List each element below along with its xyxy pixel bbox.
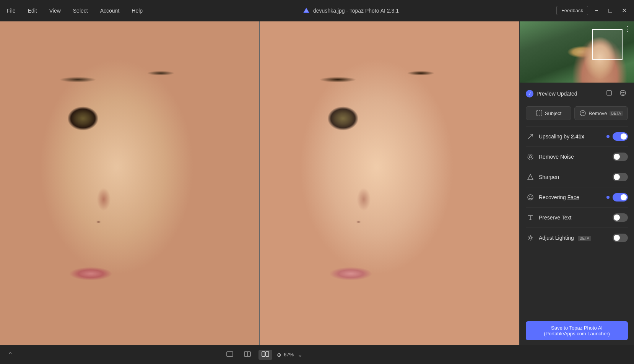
app-logo-icon	[302, 7, 310, 15]
bottom-bar: ⌃ ⊕ 67% ⌄	[0, 345, 634, 364]
menu-help[interactable]: Help	[129, 6, 145, 15]
svg-point-6	[580, 110, 585, 116]
image-before	[0, 21, 260, 345]
menu-file[interactable]: File	[5, 6, 18, 15]
adjust-lighting-beta-badge: BETA	[578, 236, 591, 241]
svg-point-13	[529, 237, 532, 239]
thumbnail-area: ⋮	[520, 21, 634, 83]
close-button[interactable]: ✕	[619, 5, 629, 16]
split-view-button[interactable]	[241, 350, 254, 360]
menu-account[interactable]: Account	[98, 6, 122, 15]
remove-icon	[579, 110, 586, 117]
face-icon	[526, 193, 535, 202]
preview-actions	[604, 89, 628, 99]
menu-select[interactable]: Select	[71, 6, 90, 15]
lighting-icon	[526, 233, 535, 242]
thumbnail-menu-button[interactable]: ⋮	[624, 24, 631, 33]
upscaling-label: Upscaling by 2.41x	[539, 133, 606, 140]
svg-rect-14	[227, 352, 233, 356]
feature-adjust-lighting: Adjust Lighting BETA	[526, 227, 628, 248]
svg-point-7	[528, 154, 533, 159]
remove-noise-label: Remove Noise	[539, 154, 613, 160]
upscale-icon	[526, 132, 535, 141]
action-buttons: Subject Remove BETA	[526, 106, 628, 120]
adjust-lighting-status	[613, 234, 628, 242]
remove-noise-toggle[interactable]	[613, 153, 628, 161]
feature-preserve-text: Preserve Text	[526, 207, 628, 227]
svg-point-8	[529, 156, 532, 158]
zoom-expand-button[interactable]: ⌄	[296, 349, 304, 360]
save-button[interactable]: Save to Topaz Photo AI (PortableApps.com…	[526, 321, 628, 340]
feature-sharpen: Sharpen	[526, 167, 628, 187]
bottom-center: ⊕ 67% ⌄	[14, 349, 513, 360]
titlebar: File Edit View Select Account Help devus…	[0, 0, 634, 21]
image-after	[260, 21, 519, 345]
recovering-face-toggle[interactable]	[613, 193, 628, 202]
zoom-icon: ⊕	[277, 352, 281, 358]
svg-point-3	[622, 92, 623, 93]
feedback-button[interactable]: Feedback	[556, 6, 588, 15]
titlebar-center: devushka.jpg - Topaz Photo AI 2.3.1	[145, 7, 556, 15]
adjust-lighting-label: Adjust Lighting BETA	[539, 235, 613, 241]
svg-point-12	[531, 197, 532, 197]
remove-label: Remove	[588, 110, 607, 116]
upscaling-active-dot	[606, 135, 610, 138]
menu-view[interactable]: View	[47, 6, 63, 15]
sharpen-label: Sharpen	[539, 174, 613, 180]
svg-point-2	[620, 90, 626, 96]
main-content: ⋮ Preview Updated	[0, 21, 634, 345]
remove-button[interactable]: Remove BETA	[574, 106, 628, 120]
remove-beta-badge: BETA	[610, 111, 623, 116]
sharpen-toggle[interactable]	[613, 173, 628, 181]
maximize-button[interactable]: □	[605, 5, 616, 16]
crop-icon	[606, 89, 613, 96]
feature-upscaling: Upscaling by 2.41x	[526, 126, 628, 146]
preserve-text-toggle[interactable]	[613, 213, 628, 222]
sidebar: ⋮ Preview Updated	[519, 21, 634, 345]
after-image	[260, 21, 519, 345]
minimize-button[interactable]: −	[591, 5, 602, 16]
svg-rect-17	[262, 352, 265, 356]
upscaling-status	[606, 132, 628, 141]
smiley-icon	[619, 89, 626, 96]
recovering-face-active-dot	[606, 196, 610, 199]
preview-check-icon	[526, 90, 533, 98]
collapse-panel-button[interactable]: ⌃	[6, 349, 14, 360]
thumbnail-focus-box[interactable]	[592, 29, 623, 60]
svg-rect-5	[536, 110, 542, 116]
menu-bar: File Edit View Select Account Help	[5, 6, 145, 15]
zoom-control: ⊕ 67% ⌄	[277, 349, 304, 360]
recovering-face-status	[606, 193, 628, 202]
preserve-text-status	[613, 213, 628, 222]
text-icon	[526, 213, 535, 222]
sharpen-icon	[526, 172, 535, 182]
single-view-button[interactable]	[223, 350, 236, 360]
feature-recovering-face: Recovering Face	[526, 187, 628, 207]
bottom-left: ⌃	[6, 349, 14, 360]
upscaling-toggle[interactable]	[613, 132, 628, 141]
feature-remove-noise: Remove Noise	[526, 146, 628, 167]
image-area[interactable]	[0, 21, 519, 345]
svg-point-11	[529, 197, 530, 197]
recovering-face-label: Recovering Face	[539, 194, 606, 200]
zoom-level: 67%	[284, 352, 294, 358]
before-image	[0, 21, 259, 345]
preview-bar: Preview Updated	[526, 87, 628, 100]
subject-label: Subject	[545, 110, 561, 116]
side-by-side-button[interactable]	[258, 350, 272, 360]
emoji-button[interactable]	[618, 89, 628, 99]
adjust-lighting-toggle[interactable]	[613, 234, 628, 242]
svg-marker-9	[528, 174, 533, 180]
svg-point-10	[528, 195, 533, 200]
subject-select-icon	[536, 110, 543, 117]
titlebar-controls: Feedback − □ ✕	[556, 5, 629, 16]
crop-button[interactable]	[604, 89, 614, 99]
controls-area: Preview Updated	[520, 83, 634, 317]
preview-status: Preview Updated	[526, 90, 577, 98]
preserve-text-label: Preserve Text	[539, 214, 613, 221]
save-area: Save to Topaz Photo AI (PortableApps.com…	[520, 317, 634, 345]
noise-icon	[526, 152, 535, 161]
subject-button[interactable]: Subject	[526, 106, 571, 120]
menu-edit[interactable]: Edit	[26, 6, 39, 15]
svg-point-4	[624, 92, 624, 93]
